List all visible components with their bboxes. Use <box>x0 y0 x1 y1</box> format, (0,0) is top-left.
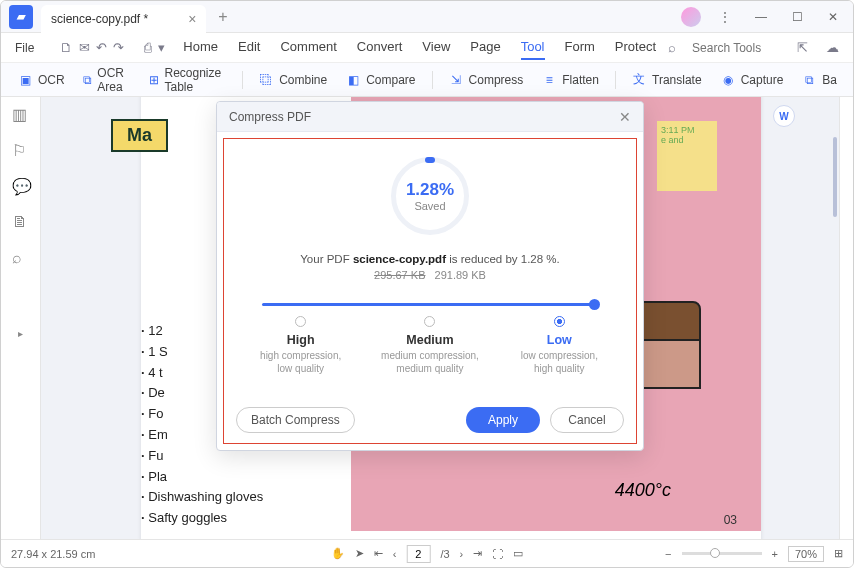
compare-button[interactable]: ◧Compare <box>337 68 423 92</box>
page-input[interactable] <box>406 545 430 563</box>
ocr-area-button[interactable]: ⧉OCR Area <box>75 62 139 98</box>
document-tab[interactable]: science-copy.pdf * × <box>41 5 206 33</box>
progress-ring: 1.28% Saved <box>391 157 469 235</box>
compress-icon: ⇲ <box>448 72 464 88</box>
radio-icon[interactable] <box>554 316 565 327</box>
tab-comment[interactable]: Comment <box>280 35 336 60</box>
tab-protect[interactable]: Protect <box>615 35 656 60</box>
save-icon[interactable]: 🗋 <box>60 38 73 58</box>
dialog-actions: Batch Compress Apply Cancel <box>236 407 624 433</box>
hand-tool-icon[interactable]: ✋ <box>331 547 345 560</box>
zoom-slider[interactable] <box>682 552 762 555</box>
attachment-icon[interactable]: 🗎 <box>12 213 30 231</box>
fit-page-icon[interactable]: ⊞ <box>834 547 843 560</box>
zoom-out-icon[interactable]: − <box>665 548 671 560</box>
prev-page-icon[interactable]: ‹ <box>393 548 397 560</box>
batch-button[interactable]: ⧉Ba <box>793 68 845 92</box>
translate-button[interactable]: 文Translate <box>623 68 710 92</box>
fit-icon[interactable]: ⛶ <box>492 548 503 560</box>
search-input[interactable] <box>692 41 782 55</box>
flatten-icon: ≡ <box>541 72 557 88</box>
dialog-title: Compress PDF <box>229 110 311 124</box>
search-icon[interactable]: ⌕ <box>12 249 30 267</box>
more-icon[interactable]: ⋮ <box>713 5 737 29</box>
option-high[interactable]: High high compression,low quality <box>241 316 361 375</box>
page-header: Ma <box>111 119 168 152</box>
new-size: 291.89 KB <box>435 269 486 281</box>
close-icon[interactable]: ✕ <box>821 5 845 29</box>
print-icon[interactable]: ⎙ <box>144 38 152 58</box>
titlebar: ▰ science-copy.pdf * × + ⋮ — ☐ ✕ <box>1 1 853 33</box>
chevron-down-icon[interactable]: ▾ <box>158 38 165 58</box>
compression-options: High high compression,low quality Medium… <box>236 316 624 375</box>
first-page-icon[interactable]: ⇤ <box>374 547 383 560</box>
tab-tool[interactable]: Tool <box>521 35 545 60</box>
last-page-icon[interactable]: ⇥ <box>473 547 482 560</box>
select-tool-icon[interactable]: ➤ <box>355 547 364 560</box>
cancel-button[interactable]: Cancel <box>550 407 624 433</box>
dialog-body: 1.28% Saved Your PDF science-copy.pdf is… <box>223 138 637 444</box>
file-menu[interactable]: File <box>9 41 40 55</box>
next-page-icon[interactable]: › <box>460 548 464 560</box>
tab-page[interactable]: Page <box>470 35 500 60</box>
slider-thumb[interactable] <box>589 299 600 310</box>
bookmark-icon[interactable]: ⚐ <box>12 141 30 159</box>
left-rail: ▥ ⚐ 💬 🗎 ⌕ ▸ <box>1 97 41 539</box>
compress-button[interactable]: ⇲Compress <box>440 68 532 92</box>
page-total: /3 <box>440 548 449 560</box>
list-item: Safty goggles <box>141 508 263 529</box>
read-mode-icon[interactable]: ▭ <box>513 547 523 560</box>
table-icon: ⊞ <box>148 72 159 88</box>
new-tab-button[interactable]: + <box>218 8 227 26</box>
zoom-value[interactable]: 70% <box>788 546 824 562</box>
zoom-in-icon[interactable]: + <box>772 548 778 560</box>
apply-button[interactable]: Apply <box>466 407 540 433</box>
scrollbar[interactable] <box>833 137 837 217</box>
tab-form[interactable]: Form <box>565 35 595 60</box>
batch-compress-button[interactable]: Batch Compress <box>236 407 355 433</box>
expand-rail-icon[interactable]: ▸ <box>18 328 23 339</box>
reduction-text: Your PDF science-copy.pdf is reduced by … <box>236 253 624 265</box>
mail-icon[interactable]: ✉ <box>79 38 90 58</box>
sticky-text: e and <box>661 135 713 145</box>
app-icon: ▰ <box>9 5 33 29</box>
search-icon[interactable]: ⌕ <box>662 38 682 58</box>
recognize-table-button[interactable]: ⊞Recognize Table <box>140 62 234 98</box>
statusbar: 27.94 x 21.59 cm ✋ ➤ ⇤ ‹ /3 › ⇥ ⛶ ▭ − + … <box>1 539 853 567</box>
tab-view[interactable]: View <box>422 35 450 60</box>
redo-icon[interactable]: ↷ <box>113 38 124 58</box>
tab-edit[interactable]: Edit <box>238 35 260 60</box>
saved-label: Saved <box>414 200 445 212</box>
flatten-button[interactable]: ≡Flatten <box>533 68 607 92</box>
maximize-icon[interactable]: ☐ <box>785 5 809 29</box>
thumbnails-icon[interactable]: ▥ <box>12 105 30 123</box>
avatar[interactable] <box>681 7 701 27</box>
zoom-thumb[interactable] <box>710 548 720 558</box>
word-export-badge[interactable]: W <box>773 105 795 127</box>
share-icon[interactable]: ⇱ <box>792 38 812 58</box>
minimize-icon[interactable]: — <box>749 5 773 29</box>
tab-home[interactable]: Home <box>183 35 218 60</box>
right-rail <box>839 97 853 539</box>
compare-icon: ◧ <box>345 72 361 88</box>
tab-convert[interactable]: Convert <box>357 35 403 60</box>
menubar: File 🗋 ✉ ↶ ↷ ⎙ ▾ Home Edit Comment Conve… <box>1 33 853 63</box>
page-number: 03 <box>724 513 737 527</box>
close-icon[interactable]: ✕ <box>619 109 631 125</box>
menu-tabs: Home Edit Comment Convert View Page Tool… <box>183 35 656 60</box>
tab-close-icon[interactable]: × <box>188 11 196 27</box>
radio-icon[interactable] <box>424 316 435 327</box>
capture-button[interactable]: ◉Capture <box>712 68 792 92</box>
comment-icon[interactable]: 💬 <box>12 177 30 195</box>
ocr-button[interactable]: ▣OCR <box>9 68 73 92</box>
radio-icon[interactable] <box>295 316 306 327</box>
sticky-note: 3:11 PM e and <box>657 121 717 191</box>
option-medium[interactable]: Medium medium compression,medium quality <box>370 316 490 375</box>
option-low[interactable]: Low low compression,high quality <box>499 316 619 375</box>
combine-button[interactable]: ⿻Combine <box>250 68 335 92</box>
cloud-icon[interactable]: ☁ <box>822 38 842 58</box>
list-item: Dishwashing gloves <box>141 487 263 508</box>
combine-icon: ⿻ <box>258 72 274 88</box>
undo-icon[interactable]: ↶ <box>96 38 107 58</box>
compression-slider[interactable] <box>262 303 598 306</box>
